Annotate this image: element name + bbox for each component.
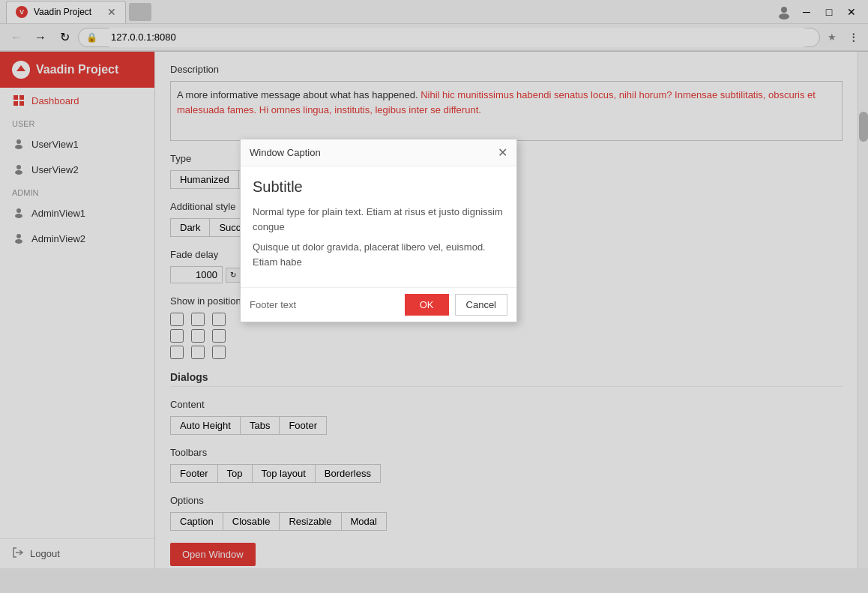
dialog-title: Window Caption — [250, 147, 321, 158]
window-dialog: Window Caption ✕ Subtitle Normal type fo… — [240, 139, 517, 322]
dialog-text-1: Normal type for plain text. Etiam at ris… — [253, 205, 504, 234]
dialog-footer-text: Footer text — [250, 299, 296, 310]
dialog-buttons: OK Cancel — [405, 294, 507, 316]
dialog-close-button[interactable]: ✕ — [498, 145, 507, 160]
dialog-footer-area: Footer text OK Cancel — [241, 287, 516, 322]
dialog-text-2: Quisque ut dolor gravida, placerat liber… — [253, 240, 504, 269]
dialog-subtitle: Subtitle — [253, 178, 504, 196]
dialog-cancel-button[interactable]: Cancel — [455, 294, 507, 316]
dialog-ok-button[interactable]: OK — [405, 294, 449, 316]
dialog-body: Subtitle Normal type for plain text. Eti… — [241, 166, 516, 287]
dialog-header: Window Caption ✕ — [241, 139, 516, 166]
